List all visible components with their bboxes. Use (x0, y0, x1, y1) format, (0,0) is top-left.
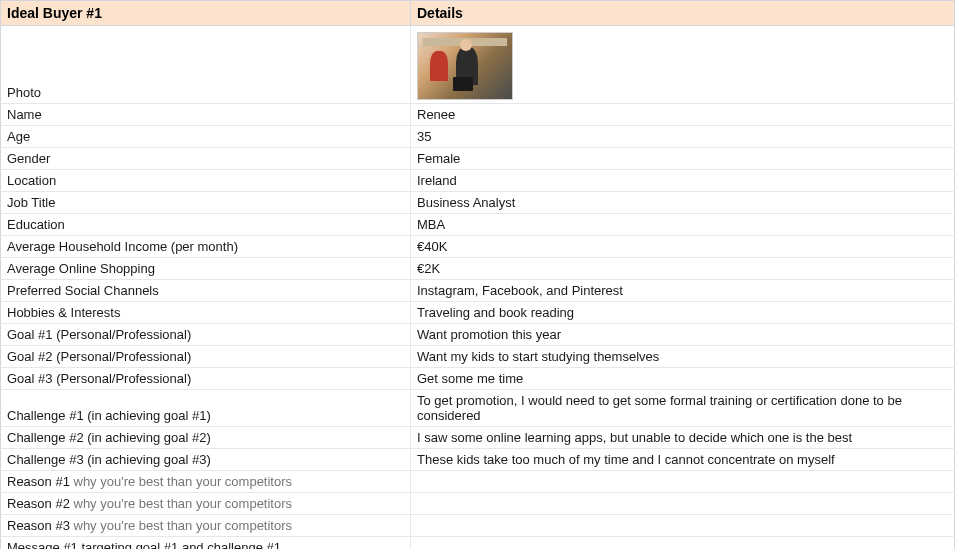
row-label: Hobbies & Interests (1, 302, 411, 324)
table-row: Challenge #3 (in achieving goal #3)These… (1, 449, 955, 471)
header-col1: Ideal Buyer #1 (1, 1, 411, 26)
row-label: Message #1 targeting goal #1 and challen… (1, 537, 411, 550)
table-row: NameRenee (1, 104, 955, 126)
table-row: GenderFemale (1, 148, 955, 170)
table-row: Challenge #2 (in achieving goal #2)I saw… (1, 427, 955, 449)
table-row: Challenge #1 (in achieving goal #1)To ge… (1, 390, 955, 427)
row-value: Instagram, Facebook, and Pinterest (411, 280, 955, 302)
header-col2: Details (411, 1, 955, 26)
row-value: Business Analyst (411, 192, 955, 214)
row-value: Renee (411, 104, 955, 126)
row-label: Reason #3 why you're best than your comp… (1, 515, 411, 537)
row-label-main: Reason #1 (7, 474, 70, 489)
row-value: €2K (411, 258, 955, 280)
row-label: Gender (1, 148, 411, 170)
table-row: Average Online Shopping€2K (1, 258, 955, 280)
row-label-main: Reason #2 (7, 496, 70, 511)
row-label: Reason #1 why you're best than your comp… (1, 471, 411, 493)
table-row: Reason #2 why you're best than your comp… (1, 493, 955, 515)
row-label: Location (1, 170, 411, 192)
table-body: PhotoNameReneeAge35GenderFemaleLocationI… (1, 26, 955, 550)
table-row: Age35 (1, 126, 955, 148)
row-label: Goal #2 (Personal/Professional) (1, 346, 411, 368)
header-row: Ideal Buyer #1 Details (1, 1, 955, 26)
table-row: EducationMBA (1, 214, 955, 236)
persona-photo (417, 32, 513, 100)
row-value: Get some me time (411, 368, 955, 390)
table-row: Job TitleBusiness Analyst (1, 192, 955, 214)
row-label: Challenge #2 (in achieving goal #2) (1, 427, 411, 449)
row-label: Preferred Social Channels (1, 280, 411, 302)
row-value: Want promotion this year (411, 324, 955, 346)
row-value: Traveling and book reading (411, 302, 955, 324)
row-value: MBA (411, 214, 955, 236)
row-label: Average Household Income (per month) (1, 236, 411, 258)
table-row: LocationIreland (1, 170, 955, 192)
row-label: Average Online Shopping (1, 258, 411, 280)
row-value (411, 471, 955, 493)
row-label: Challenge #1 (in achieving goal #1) (1, 390, 411, 427)
table-row: Message #1 targeting goal #1 and challen… (1, 537, 955, 550)
row-value: These kids take too much of my time and … (411, 449, 955, 471)
row-value: I saw some online learning apps, but una… (411, 427, 955, 449)
table-row: Preferred Social ChannelsInstagram, Face… (1, 280, 955, 302)
row-label: Reason #2 why you're best than your comp… (1, 493, 411, 515)
row-value: To get promotion, I would need to get so… (411, 390, 955, 427)
row-label-sub: why you're best than your competitors (70, 518, 292, 533)
table-row: Photo (1, 26, 955, 104)
table-row: Goal #1 (Personal/Professional)Want prom… (1, 324, 955, 346)
row-label: Age (1, 126, 411, 148)
row-value (411, 26, 955, 104)
row-value: Female (411, 148, 955, 170)
row-value (411, 515, 955, 537)
table-row: Reason #3 why you're best than your comp… (1, 515, 955, 537)
row-value (411, 537, 955, 550)
row-label: Goal #1 (Personal/Professional) (1, 324, 411, 346)
table-row: Hobbies & InterestsTraveling and book re… (1, 302, 955, 324)
row-label-sub: why you're best than your competitors (70, 496, 292, 511)
row-label: Education (1, 214, 411, 236)
row-value: Ireland (411, 170, 955, 192)
row-label: Name (1, 104, 411, 126)
row-value: €40K (411, 236, 955, 258)
row-label-sub: why you're best than your competitors (70, 474, 292, 489)
row-value: 35 (411, 126, 955, 148)
table-row: Goal #2 (Personal/Professional)Want my k… (1, 346, 955, 368)
table-row: Reason #1 why you're best than your comp… (1, 471, 955, 493)
row-label: Goal #3 (Personal/Professional) (1, 368, 411, 390)
table-row: Average Household Income (per month)€40K (1, 236, 955, 258)
row-label: Photo (1, 26, 411, 104)
row-label-main: Reason #3 (7, 518, 70, 533)
row-label: Job Title (1, 192, 411, 214)
row-label: Challenge #3 (in achieving goal #3) (1, 449, 411, 471)
row-value: Want my kids to start studying themselve… (411, 346, 955, 368)
table-row: Goal #3 (Personal/Professional)Get some … (1, 368, 955, 390)
buyer-persona-table: Ideal Buyer #1 Details PhotoNameReneeAge… (0, 0, 955, 549)
row-value (411, 493, 955, 515)
